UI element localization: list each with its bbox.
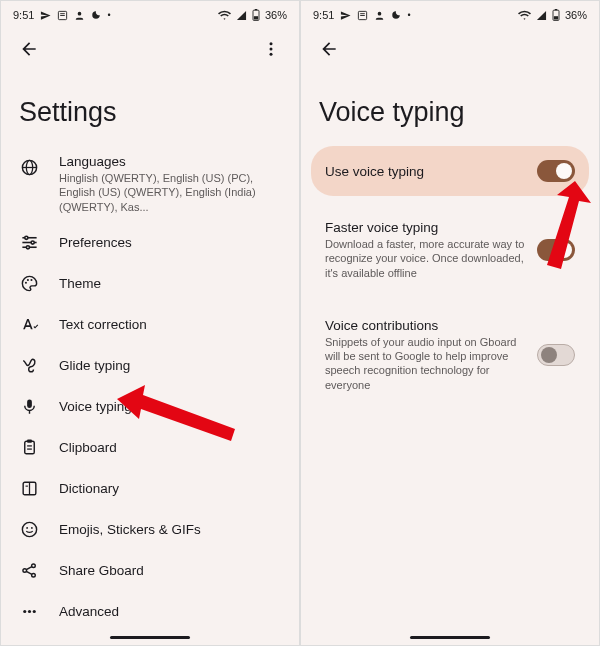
status-battery: 36% — [265, 9, 287, 21]
status-bar: 9:51 • 36% — [301, 1, 599, 25]
svg-point-20 — [30, 279, 32, 281]
settings-item-title: Voice typing — [59, 399, 283, 414]
svg-point-37 — [23, 610, 26, 613]
svg-point-33 — [31, 564, 35, 568]
card-sub: Download a faster, more accurate way to … — [325, 237, 529, 280]
settings-item-title: Clipboard — [59, 440, 283, 455]
globe-icon — [17, 155, 41, 179]
card-title: Faster voice typing — [325, 220, 529, 235]
card-faster-voice-typing[interactable]: Faster voice typing Download a faster, m… — [311, 206, 589, 294]
nav-pill[interactable] — [110, 636, 190, 639]
dictionary-icon — [17, 477, 41, 501]
settings-item-title: Preferences — [59, 235, 283, 250]
svg-point-34 — [31, 574, 35, 578]
svg-point-30 — [26, 527, 28, 529]
settings-item-voice-typing[interactable]: Voice typing — [1, 386, 299, 427]
svg-rect-23 — [27, 440, 32, 443]
settings-item-title: Glide typing — [59, 358, 283, 373]
settings-item-title: Emojis, Stickers & GIFs — [59, 522, 283, 537]
signal-icon — [536, 10, 547, 21]
svg-rect-45 — [555, 9, 557, 10]
news-icon — [57, 10, 68, 21]
settings-item-theme[interactable]: Theme — [1, 263, 299, 304]
page-title: Settings — [1, 73, 299, 146]
settings-item-preferences[interactable]: Preferences — [1, 222, 299, 263]
settings-item-languages[interactable]: Languages Hinglish (QWERTY), English (US… — [1, 146, 299, 222]
card-voice-contributions[interactable]: Voice contributions Snippets of your aud… — [311, 304, 589, 406]
share-icon — [17, 559, 41, 583]
send-icon — [40, 10, 51, 21]
svg-rect-5 — [254, 16, 258, 19]
settings-item-title: Advanced — [59, 604, 283, 619]
battery-icon — [252, 9, 260, 21]
toggle-faster-voice-typing[interactable] — [537, 239, 575, 261]
settings-item-clipboard[interactable]: Clipboard — [1, 427, 299, 468]
palette-icon — [17, 272, 41, 296]
voice-typing-screen: 9:51 • 36% Voice typing Use voice t — [301, 1, 599, 645]
app-bar — [1, 25, 299, 73]
svg-point-7 — [270, 48, 273, 51]
app-bar — [301, 25, 599, 73]
page-title: Voice typing — [301, 73, 599, 146]
wifi-icon — [518, 10, 531, 21]
moon-icon — [391, 10, 401, 20]
svg-rect-21 — [27, 400, 32, 409]
svg-point-16 — [31, 241, 34, 244]
svg-point-39 — [32, 610, 35, 613]
settings-item-title: Languages — [59, 154, 283, 169]
status-bar: 9:51 • 36% — [1, 1, 299, 25]
status-dot: • — [107, 10, 110, 20]
card-sub: Snippets of your audio input on Gboard w… — [325, 335, 529, 392]
settings-item-text-correction[interactable]: Text correction — [1, 304, 299, 345]
svg-point-32 — [22, 569, 26, 573]
person-icon — [374, 10, 385, 21]
svg-rect-22 — [24, 442, 34, 455]
svg-point-8 — [270, 53, 273, 56]
person-icon — [74, 10, 85, 21]
settings-item-emojis[interactable]: Emojis, Stickers & GIFs — [1, 509, 299, 550]
battery-icon — [552, 9, 560, 21]
news-icon — [357, 10, 368, 21]
card-title: Use voice typing — [325, 164, 529, 179]
settings-item-title: Theme — [59, 276, 283, 291]
svg-point-15 — [24, 237, 27, 240]
settings-item-share[interactable]: Share Gboard — [1, 550, 299, 591]
status-time: 9:51 — [313, 9, 334, 21]
svg-line-35 — [26, 567, 32, 570]
svg-point-18 — [24, 282, 26, 284]
emoji-icon — [17, 518, 41, 542]
send-icon — [340, 10, 351, 21]
text-correction-icon — [17, 313, 41, 337]
dots-icon — [17, 600, 41, 624]
settings-item-dictionary[interactable]: Dictionary — [1, 468, 299, 509]
settings-item-title: Text correction — [59, 317, 283, 332]
svg-point-17 — [26, 246, 29, 249]
signal-icon — [236, 10, 247, 21]
nav-pill[interactable] — [410, 636, 490, 639]
card-use-voice-typing[interactable]: Use voice typing — [311, 146, 589, 196]
settings-item-advanced[interactable]: Advanced — [1, 591, 299, 632]
settings-item-title: Dictionary — [59, 481, 283, 496]
status-battery: 36% — [565, 9, 587, 21]
settings-item-title: Share Gboard — [59, 563, 283, 578]
settings-list: Languages Hinglish (QWERTY), English (US… — [1, 146, 299, 645]
svg-point-19 — [26, 279, 28, 281]
arrow-left-icon — [319, 39, 339, 59]
back-button[interactable] — [9, 29, 49, 69]
more-vert-icon — [262, 40, 280, 58]
settings-screen: 9:51 • 36% Settings — [1, 1, 299, 645]
toggle-use-voice-typing[interactable] — [537, 160, 575, 182]
back-button[interactable] — [309, 29, 349, 69]
status-time: 9:51 — [13, 9, 34, 21]
moon-icon — [91, 10, 101, 20]
settings-item-glide-typing[interactable]: Glide typing — [1, 345, 299, 386]
card-title: Voice contributions — [325, 318, 529, 333]
wifi-icon — [218, 10, 231, 21]
clipboard-icon — [17, 436, 41, 460]
svg-point-29 — [22, 523, 36, 537]
gesture-icon — [17, 354, 41, 378]
overflow-button[interactable] — [251, 29, 291, 69]
svg-rect-46 — [554, 16, 558, 19]
tune-icon — [17, 231, 41, 255]
toggle-voice-contributions[interactable] — [537, 344, 575, 366]
